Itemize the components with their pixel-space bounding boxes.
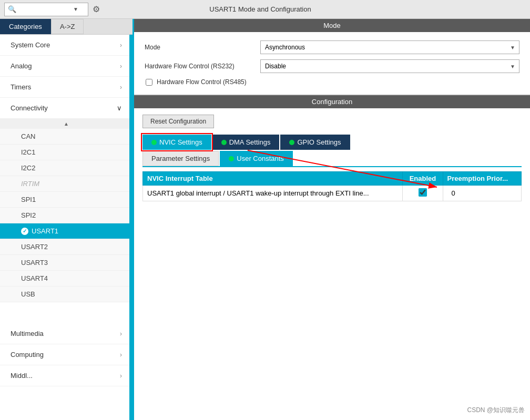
tab-gpio-settings[interactable]: GPIO Settings bbox=[280, 135, 350, 150]
nvic-enabled-cell bbox=[403, 186, 443, 201]
sidebar-item-irtim: IRTIM bbox=[0, 176, 132, 192]
reset-configuration-button[interactable]: Reset Configuration bbox=[142, 115, 214, 128]
sidebar-item-usb[interactable]: USB bbox=[0, 286, 132, 302]
nvic-interrupt-table: NVIC Interrupt Table Enabled Preemption … bbox=[142, 171, 522, 201]
sidebar-item-usart1[interactable]: ✓ USART1 bbox=[0, 223, 132, 239]
hw-flow-rs232-select[interactable]: Disable bbox=[260, 59, 519, 73]
sidebar-item-usart3[interactable]: USART3 bbox=[0, 255, 132, 271]
mode-section: Mode Asynchronous Hardware Flow Control … bbox=[134, 32, 530, 95]
watermark: CSDN @知识噬元兽 bbox=[467, 406, 525, 415]
gpio-tab-dot bbox=[289, 140, 294, 145]
nvic-priority-cell: 0 bbox=[443, 186, 522, 201]
hw-flow-rs232-select-wrapper: Disable bbox=[260, 59, 519, 73]
nvic-enabled-checkbox[interactable] bbox=[419, 188, 427, 197]
sidebar-item-system-core[interactable]: System Core › bbox=[0, 35, 132, 56]
chevron-right-icon: › bbox=[120, 330, 122, 337]
tab-a-to-z[interactable]: A->Z bbox=[51, 19, 84, 34]
nvic-table-header-preemption: Preemption Prior... bbox=[443, 172, 522, 186]
page-title: USART1 Mode and Configuration bbox=[0, 5, 526, 13]
top-bar: 🔍 ▼ ⚙ USART1 Mode and Configuration bbox=[0, 0, 530, 19]
sidebar-item-middleware[interactable]: Middl... › bbox=[0, 365, 132, 386]
scroll-up-arrow: ▲ bbox=[64, 121, 69, 127]
tab-parameter-settings[interactable]: Parameter Settings bbox=[142, 151, 219, 166]
user-constants-tab-dot bbox=[229, 156, 234, 161]
sidebar-item-usart4[interactable]: USART4 bbox=[0, 271, 132, 286]
hw-flow-rs485-checkbox[interactable] bbox=[146, 79, 152, 86]
sidebar-item-usart2[interactable]: USART2 bbox=[0, 239, 132, 255]
sidebar-item-spi1[interactable]: SPI1 bbox=[0, 192, 132, 208]
nvic-tab-dot bbox=[151, 140, 157, 145]
config-inner: Reset Configuration NVIC Settings DMA Se… bbox=[134, 108, 530, 208]
hw-flow-rs485-label: Hardware Flow Control (RS485) bbox=[157, 78, 247, 86]
nvic-table-header-enabled: Enabled bbox=[403, 172, 443, 186]
sidebar-wrapper: System Core › Analog › Timers › Connecti… bbox=[0, 35, 132, 420]
sidebar-item-timers[interactable]: Timers › bbox=[0, 77, 132, 98]
mode-select[interactable]: Asynchronous bbox=[260, 40, 519, 54]
sidebar-item-spi2[interactable]: SPI2 bbox=[0, 208, 132, 223]
tab-nvic-settings[interactable]: NVIC Settings bbox=[142, 135, 211, 150]
mode-row: Mode Asynchronous bbox=[145, 40, 519, 54]
nvic-interrupt-name: USART1 global interrupt / USART1 wake-up… bbox=[143, 186, 403, 201]
chevron-right-icon: › bbox=[120, 63, 122, 70]
sidebar-tabs: Categories A->Z bbox=[0, 19, 132, 35]
sidebar-item-i2c2[interactable]: I2C2 bbox=[0, 160, 132, 176]
config-area: Configuration Reset Configuration NVIC S… bbox=[134, 95, 530, 420]
config-tabs-row: NVIC Settings DMA Settings GPIO Settings bbox=[142, 135, 522, 167]
chevron-right-icon: › bbox=[120, 84, 122, 91]
nvic-table-header-name: NVIC Interrupt Table bbox=[143, 172, 403, 186]
sidebar-item-connectivity[interactable]: Connectivity ∨ bbox=[0, 98, 132, 119]
chevron-right-icon: › bbox=[120, 372, 122, 380]
chevron-right-icon: › bbox=[120, 351, 122, 358]
dma-tab-dot bbox=[221, 140, 227, 145]
sidebar-item-analog[interactable]: Analog › bbox=[0, 56, 132, 77]
sidebar: Categories A->Z System Core › Analog › bbox=[0, 19, 134, 420]
sidebar-item-can[interactable]: CAN bbox=[0, 129, 132, 145]
mode-select-wrapper: Asynchronous bbox=[260, 40, 519, 54]
tab-categories[interactable]: Categories bbox=[0, 19, 51, 34]
scroll-up-indicator: ▲ bbox=[0, 119, 132, 129]
nvic-table-container: NVIC Interrupt Table Enabled Preemption … bbox=[142, 171, 522, 201]
table-row: USART1 global interrupt / USART1 wake-up… bbox=[143, 186, 522, 201]
content-area: Mode Mode Asynchronous Hardware Flow Con… bbox=[134, 19, 530, 420]
sidebar-scroll-bar bbox=[129, 35, 132, 420]
sidebar-content: System Core › Analog › Timers › Connecti… bbox=[0, 35, 132, 420]
nvic-priority-value: 0 bbox=[447, 189, 455, 197]
mode-label: Mode bbox=[145, 44, 260, 51]
sidebar-item-multimedia[interactable]: Multimedia › bbox=[0, 323, 132, 344]
main-layout: Categories A->Z System Core › Analog › bbox=[0, 19, 530, 420]
hw-flow-rs232-row: Hardware Flow Control (RS232) Disable bbox=[145, 59, 519, 73]
connectivity-sub-items: ▲ CAN I2C1 I2C2 IRTI bbox=[0, 119, 132, 302]
chevron-right-icon: › bbox=[120, 42, 122, 49]
chevron-down-icon: ∨ bbox=[117, 104, 122, 112]
mode-section-header: Mode bbox=[134, 19, 530, 32]
sidebar-item-i2c1[interactable]: I2C1 bbox=[0, 145, 132, 160]
hw-flow-rs232-label: Hardware Flow Control (RS232) bbox=[145, 63, 260, 70]
hw-flow-rs485-row: Hardware Flow Control (RS485) bbox=[146, 78, 519, 86]
config-section-header: Configuration bbox=[134, 95, 530, 108]
tab-dma-settings[interactable]: DMA Settings bbox=[212, 135, 280, 150]
sidebar-item-computing[interactable]: Computing › bbox=[0, 344, 132, 365]
check-circle-icon: ✓ bbox=[21, 228, 28, 235]
tab-user-constants[interactable]: User Constants bbox=[220, 151, 293, 166]
